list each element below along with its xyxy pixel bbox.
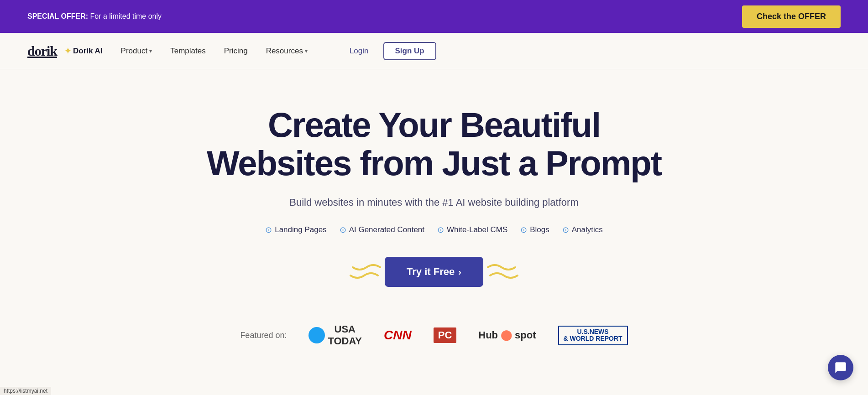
check-icon: ⊙ xyxy=(520,225,527,235)
feature-label: Landing Pages xyxy=(275,225,326,234)
banner-regular: For a limited time only xyxy=(90,12,162,20)
nav-item-product[interactable]: Product ▾ xyxy=(114,43,160,59)
check-icon: ⊙ xyxy=(437,225,444,235)
check-icon: ⊙ xyxy=(340,225,346,235)
hero-title-line1: Create Your Beautiful xyxy=(268,105,600,144)
nav-auth: Login Sign Up xyxy=(342,42,436,60)
feature-label: Blogs xyxy=(530,225,549,234)
feature-ai-content: ⊙ AI Generated Content xyxy=(340,225,424,235)
nav-item-resources[interactable]: Resources ▾ xyxy=(259,43,315,59)
pc-text: PC xyxy=(434,327,457,343)
nav-resources-label: Resources xyxy=(266,47,303,56)
banner-bold: SPECIAL OFFER: xyxy=(27,12,88,20)
feature-label: Analytics xyxy=(572,225,603,234)
product-chevron-icon: ▾ xyxy=(149,48,152,54)
try-free-button[interactable]: Try it Free › xyxy=(385,257,483,287)
hubspot-logo: Hub⬤spot xyxy=(478,329,536,341)
hubspot-text: Hub xyxy=(478,329,498,341)
feature-analytics: ⊙ Analytics xyxy=(562,225,603,235)
login-button[interactable]: Login xyxy=(342,43,376,59)
nav-product-label: Product xyxy=(121,47,148,56)
logo[interactable]: dorik xyxy=(27,43,57,59)
feature-label: AI Generated Content xyxy=(349,225,424,234)
usa-today-logo: USATODAY xyxy=(309,323,362,347)
chat-icon xyxy=(834,361,847,374)
nav-item-pricing[interactable]: Pricing xyxy=(217,43,255,59)
hero-title-line2: Websites from Just a Prompt xyxy=(207,144,661,182)
feature-blogs: ⊙ Blogs xyxy=(520,225,549,235)
arrow-icon: › xyxy=(458,267,461,277)
nav-item-templates[interactable]: Templates xyxy=(163,43,213,59)
pc-logo: PC xyxy=(434,327,457,343)
hero-section: Create Your Beautiful Websites from Just… xyxy=(160,69,708,384)
hero-features: ⊙ Landing Pages ⊙ AI Generated Content ⊙… xyxy=(178,225,690,235)
check-icon: ⊙ xyxy=(265,225,272,235)
feature-label: White-Label CMS xyxy=(447,225,507,234)
cta-area: Try it Free › xyxy=(178,257,690,287)
featured-on-section: Featured on: USATODAY CNN PC Hub⬤spot U.… xyxy=(178,314,690,356)
try-free-label: Try it Free xyxy=(407,266,455,278)
resources-chevron-icon: ▾ xyxy=(305,48,308,54)
nav-templates-label: Templates xyxy=(170,47,205,56)
featured-label: Featured on: xyxy=(240,331,287,340)
nav-links: ✦ Dorik AI Product ▾ Templates Pricing R… xyxy=(57,42,315,60)
chat-bubble-button[interactable] xyxy=(828,355,853,380)
check-offer-button[interactable]: Check the OFFER xyxy=(742,5,841,28)
hero-subtitle: Build websites in minutes with the #1 AI… xyxy=(178,197,690,208)
usnews-logo: U.S.NEWS& WORLD REPORT xyxy=(558,326,628,345)
logo-text: dorik xyxy=(27,43,57,58)
ai-sparkle-icon: ✦ xyxy=(64,46,71,56)
top-banner: SPECIAL OFFER: For a limited time only C… xyxy=(0,0,868,33)
hero-title: Create Your Beautiful Websites from Just… xyxy=(178,106,690,182)
nav-pricing-label: Pricing xyxy=(224,47,248,56)
feature-white-label: ⊙ White-Label CMS xyxy=(437,225,507,235)
banner-text: SPECIAL OFFER: For a limited time only xyxy=(27,12,162,21)
cnn-logo: CNN xyxy=(384,328,412,343)
squiggle-right-decoration xyxy=(483,258,520,286)
squiggle-left-decoration xyxy=(348,258,385,286)
nav-dorik-ai-label: Dorik AI xyxy=(73,47,103,56)
usa-today-circle xyxy=(309,327,325,343)
navbar: dorik ✦ Dorik AI Product ▾ Templates Pri… xyxy=(0,33,868,69)
cnn-text: CNN xyxy=(384,328,412,343)
signup-button[interactable]: Sign Up xyxy=(383,42,436,60)
check-icon: ⊙ xyxy=(562,225,569,235)
usa-today-text: USATODAY xyxy=(328,323,362,347)
nav-item-dorik-ai[interactable]: ✦ Dorik AI xyxy=(57,42,110,60)
hubspot-dot: ⬤ xyxy=(501,329,512,341)
usnews-text: U.S.NEWS& WORLD REPORT xyxy=(564,328,622,342)
feature-landing-pages: ⊙ Landing Pages xyxy=(265,225,326,235)
hubspot-text2: spot xyxy=(515,329,536,341)
